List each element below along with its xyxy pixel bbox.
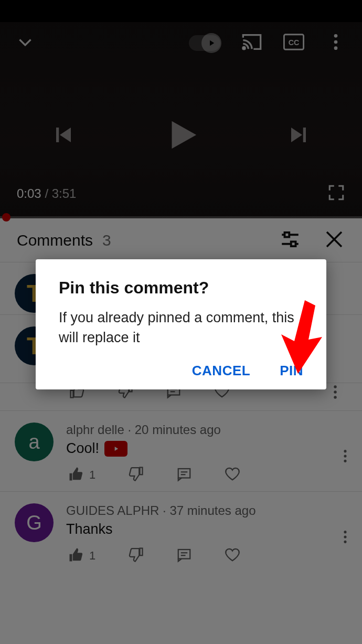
- pin-button[interactable]: PIN: [280, 363, 303, 379]
- pin-comment-dialog: Pin this comment? If you already pinned …: [36, 259, 326, 389]
- cancel-button[interactable]: CANCEL: [192, 363, 250, 379]
- dialog-body: If you already pinned a comment, this wi…: [36, 308, 326, 363]
- dialog-title: Pin this comment?: [36, 278, 326, 308]
